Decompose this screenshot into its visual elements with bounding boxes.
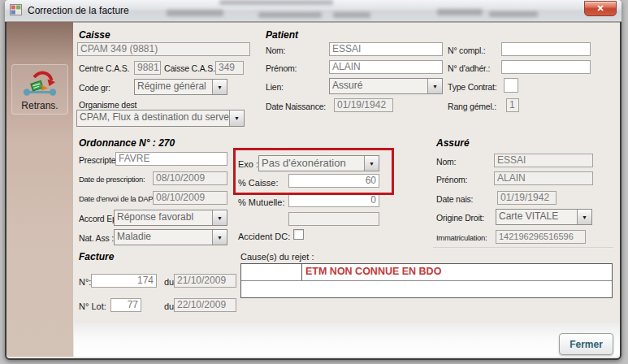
- date-envoi-dap-field: 08/10/2009: [153, 191, 227, 205]
- chevron-down-icon: ▼: [212, 230, 227, 245]
- code-gr-label: Code gr:: [79, 83, 110, 93]
- exo-label: Exo :: [238, 159, 258, 169]
- bottom-bar: [74, 323, 620, 357]
- facture-lot-field[interactable]: 77: [110, 298, 141, 312]
- retrans-label: Retrans.: [21, 100, 58, 111]
- date-envoi-dap-label: Date d'envoi de la DAP:: [79, 194, 155, 203]
- caisse-organisme-field: CPAM 349 (9881): [77, 42, 250, 56]
- caisse-heading: Caisse: [79, 29, 110, 41]
- caisse-cas-label: Caisse C.A.S.: [164, 63, 215, 73]
- chevron-down-icon: ▼: [427, 79, 442, 93]
- assure-prenom-label: Prénom:: [436, 175, 467, 184]
- rang-gemel-label: Rang gémel.:: [448, 102, 496, 111]
- num-compl-field[interactable]: [501, 42, 591, 56]
- pct-caisse-field[interactable]: 60: [288, 174, 379, 188]
- centre-cas-label: Centre C.A.S.: [79, 63, 129, 73]
- retrans-button[interactable]: Retrans.: [11, 64, 68, 115]
- organisme-dest-dropdown[interactable]: CPAM, Flux à destination du serve ▼: [76, 110, 245, 127]
- facture-heading: Facture: [79, 251, 114, 262]
- prescripteur-field[interactable]: FAVRE: [115, 152, 227, 166]
- facture-du1-field: 21/10/2009: [174, 274, 236, 288]
- patient-heading: Patient: [266, 29, 298, 41]
- patient-prenom-field[interactable]: ALAIN: [329, 60, 443, 74]
- facture-num-label: N°:: [79, 277, 91, 287]
- patient-prenom-label: Prénom:: [266, 63, 297, 73]
- immatriculation-field: 142196296516596: [496, 230, 586, 244]
- nat-ass-label: Nat. Ass :: [79, 233, 114, 243]
- accident-dc-label: Accident DC:: [238, 232, 290, 241]
- rejet-table: ETM NON CONNUE EN BDO: [240, 263, 613, 298]
- nat-ass-value: Maladie: [115, 230, 212, 245]
- separator: [433, 247, 613, 249]
- code-gr-value: Régime général: [135, 80, 212, 94]
- lien-dropdown[interactable]: Assuré ▼: [329, 78, 443, 94]
- centre-cas-field: 9881: [134, 61, 161, 75]
- rejet-code-cell: [241, 264, 302, 280]
- assure-nom-field: ESSAI: [494, 154, 593, 167]
- pct-mutuelle-label: % Mutuelle:: [238, 197, 284, 207]
- ordonnance-heading: Ordonnance N° : 270: [79, 137, 175, 149]
- organisme-dest-value: CPAM, Flux à destination du serve: [77, 110, 229, 126]
- exo-dropdown[interactable]: Pas d'éxonération ▼: [258, 155, 379, 171]
- caisse-cas-field: 349: [215, 61, 244, 75]
- date-prescription-field: 08/10/2009: [153, 171, 227, 185]
- date-prescription-label: Date de prescription:: [79, 175, 145, 184]
- accord-ep-dropdown[interactable]: Réponse favorabl ▼: [114, 210, 227, 226]
- accident-dc-checkbox[interactable]: [293, 229, 304, 240]
- type-contrat-label: Type Contrat:: [448, 82, 496, 92]
- chevron-down-icon: ▼: [577, 210, 591, 224]
- rejet-text-cell: ETM NON CONNUE EN BDO: [302, 264, 612, 280]
- num-adher-label: N° d'adhér.:: [448, 63, 490, 73]
- exo-value: Pas d'éxonération: [259, 156, 364, 171]
- chevron-down-icon: ▼: [364, 156, 379, 171]
- lien-value: Assuré: [330, 79, 427, 93]
- close-icon: ✕: [596, 3, 604, 14]
- rang-gemel-field: 1: [506, 98, 519, 112]
- sidebar: Retrans.: [6, 22, 73, 357]
- assure-heading: Assuré: [436, 137, 470, 149]
- patient-nom-label: Nom:: [266, 46, 285, 55]
- immatriculation-label: Immatriculation:: [436, 233, 487, 242]
- lien-label: Lien:: [266, 82, 284, 92]
- nat-ass-dropdown[interactable]: Maladie ▼: [114, 229, 227, 245]
- close-button[interactable]: ✕: [584, 1, 617, 16]
- fermer-button[interactable]: Fermer: [559, 333, 613, 355]
- rejet-row[interactable]: ETM NON CONNUE EN BDO: [241, 264, 612, 281]
- accord-ep-value: Réponse favorabl: [115, 210, 212, 225]
- app-icon: [10, 4, 22, 16]
- organisme-dest-label: Organisme dest: [79, 100, 136, 110]
- num-adher-field[interactable]: [501, 60, 591, 74]
- code-gr-dropdown[interactable]: Régime général ▼: [134, 79, 227, 95]
- chevron-down-icon: ▼: [212, 80, 227, 94]
- background-blur: [258, 12, 322, 18]
- date-nais-label: Date nais:: [436, 194, 473, 204]
- retransmit-icon: [21, 69, 58, 100]
- window-title: Correction de la facture: [28, 5, 129, 16]
- pct-mutuelle-field[interactable]: 0: [288, 193, 379, 207]
- type-contrat-field[interactable]: [504, 78, 518, 93]
- origine-droit-label: Origine Droit:: [436, 213, 484, 223]
- chevron-down-icon: ▼: [212, 210, 227, 225]
- rejet-label: Cause(s) du rejet :: [240, 252, 314, 262]
- origine-droit-dropdown[interactable]: Carte VITALE ▼: [496, 209, 592, 225]
- date-naissance-label: Date Naissance:: [266, 102, 326, 111]
- origine-droit-value: Carte VITALE: [496, 210, 577, 224]
- background-blur: [333, 12, 370, 18]
- extra-field: [288, 212, 379, 226]
- chevron-down-icon: ▼: [229, 110, 244, 126]
- background-blur: [489, 11, 538, 17]
- background-blur: [219, 0, 333, 5]
- background-blur: [437, 9, 483, 15]
- assure-nom-label: Nom:: [436, 157, 456, 167]
- facture-du2-field: 22/10/2009: [174, 298, 236, 312]
- assure-prenom-field: ALAIN: [494, 171, 593, 185]
- patient-nom-field[interactable]: ESSAI: [329, 42, 443, 56]
- facture-lot-label: N° Lot:: [79, 301, 106, 311]
- date-naissance-field: 01/19/1942: [334, 98, 393, 112]
- pct-caisse-label: % Caisse:: [238, 178, 279, 188]
- date-nais-field: 01/19/1942: [497, 191, 557, 205]
- num-compl-label: N° compl.:: [448, 46, 486, 55]
- rejet-row[interactable]: [241, 281, 612, 297]
- facture-num-field[interactable]: 174: [91, 274, 157, 288]
- screen: Correction de la facture ✕ Retrans.: [0, 0, 628, 364]
